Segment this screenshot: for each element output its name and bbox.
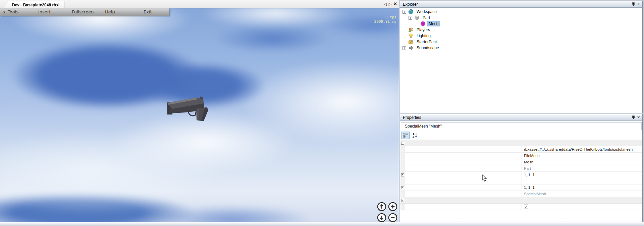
property-value[interactable]: 1, 1, 1 bbox=[522, 184, 642, 191]
property-name bbox=[405, 178, 522, 184]
close-icon[interactable]: ✕ bbox=[636, 115, 641, 120]
properties-grid: −rbxasset://../../../shareddata/RiseOfTh… bbox=[400, 140, 642, 222]
mesh-sphere-icon bbox=[420, 21, 426, 26]
gutter: + bbox=[400, 184, 405, 191]
property-row-textureid[interactable] bbox=[400, 178, 642, 184]
expand-icon[interactable]: + bbox=[409, 16, 412, 20]
property-value[interactable]: ✓ bbox=[522, 204, 642, 210]
tab-bar: Dev - Baseplate2048.rbxl ◁ ▷ ✕ bbox=[0, 0, 399, 8]
starterpack-folder-icon bbox=[408, 39, 414, 45]
properties-panel: Properties ✕ SpecialMesh "Mesh" AZ −rbxa… bbox=[400, 114, 643, 222]
property-name bbox=[405, 184, 522, 191]
tree-item-lighting[interactable]: Lighting bbox=[400, 33, 642, 39]
tree-item-label[interactable]: Soundscape bbox=[415, 45, 440, 51]
properties-header: Properties ✕ bbox=[400, 114, 642, 121]
property-name bbox=[405, 191, 522, 197]
tree-item-part[interactable]: +Part bbox=[400, 15, 642, 21]
gutter bbox=[400, 204, 405, 210]
bottom-status-strip bbox=[0, 222, 644, 226]
property-row-classname[interactable]: SpecialMesh bbox=[400, 191, 642, 197]
fps-counter: 0 fps bbox=[374, 15, 396, 19]
pistol-mesh[interactable] bbox=[167, 96, 208, 121]
section-header-data[interactable]: − bbox=[400, 140, 642, 146]
part-brick-icon bbox=[414, 15, 420, 20]
gutter: + bbox=[400, 172, 405, 178]
property-name bbox=[405, 172, 522, 178]
tab-title: Dev - Baseplate2048.rbxl bbox=[12, 3, 59, 7]
expand-icon[interactable]: + bbox=[402, 10, 406, 14]
tab-scroll-left-icon[interactable]: ◁ bbox=[384, 1, 386, 7]
gutter bbox=[400, 165, 405, 171]
document-tab[interactable]: Dev - Baseplate2048.rbxl bbox=[3, 1, 64, 8]
expand-icon[interactable]: + bbox=[402, 46, 406, 50]
collapse-icon[interactable]: − bbox=[401, 199, 404, 202]
az-sort-icon[interactable]: AZ bbox=[411, 132, 419, 139]
tree-item-label[interactable]: Workspace bbox=[415, 9, 438, 14]
selected-object-label: SpecialMesh "Mesh" bbox=[405, 124, 442, 129]
tree-item-label[interactable]: Mesh bbox=[427, 21, 440, 26]
property-value[interactable]: rbxasset://../../../shareddata/RiseOfThe… bbox=[522, 146, 642, 152]
tree-item-workspace[interactable]: +Workspace bbox=[400, 9, 642, 15]
property-value[interactable]: 1, 1, 1 bbox=[522, 172, 642, 178]
menu-item-help[interactable]: Help... bbox=[105, 9, 119, 14]
tree-item-label[interactable]: Lighting bbox=[415, 33, 432, 39]
tree-item-starterpack[interactable]: StarterPack bbox=[400, 39, 642, 45]
tree-item-label[interactable]: Part bbox=[421, 15, 431, 20]
mouse-cursor bbox=[482, 174, 487, 182]
explorer-panel: Explorer ✕ +Workspace+PartMeshPlayersLig… bbox=[400, 1, 643, 113]
property-value[interactable]: FileMesh bbox=[522, 153, 642, 159]
frame-time: 2009.91 ms bbox=[374, 19, 396, 24]
tree-item-label[interactable]: StarterPack bbox=[415, 39, 439, 45]
property-row-vertexcolor[interactable]: +1, 1, 1 bbox=[400, 184, 642, 191]
expand-icon[interactable]: + bbox=[401, 186, 404, 189]
main-window-left: Dev - Baseplate2048.rbxl ◁ ▷ ✕ bbox=[0, 0, 399, 226]
lighting-bulb-icon bbox=[408, 33, 414, 39]
property-row-meshtype[interactable]: FileMesh bbox=[400, 153, 642, 159]
tree-item-players[interactable]: Players bbox=[400, 27, 642, 33]
property-value[interactable] bbox=[522, 178, 642, 184]
players-icon bbox=[408, 27, 414, 32]
camera-controls bbox=[378, 203, 397, 222]
zoom-in-icon[interactable] bbox=[389, 203, 397, 211]
archivable-checkbox[interactable]: ✓ bbox=[524, 205, 528, 209]
tab-close-icon[interactable]: ✕ bbox=[393, 1, 397, 7]
menu-item-insert[interactable]: Insert bbox=[38, 9, 51, 14]
gutter bbox=[400, 191, 405, 197]
tree-item-label[interactable]: Players bbox=[415, 27, 431, 32]
pin-icon[interactable] bbox=[631, 115, 636, 120]
tree-item-soundscape[interactable]: +Soundscape bbox=[400, 45, 642, 51]
tilt-up-icon[interactable] bbox=[378, 203, 386, 211]
close-icon[interactable]: ✕ bbox=[636, 2, 641, 7]
explorer-tree: +Workspace+PartMeshPlayersLightingStarte… bbox=[400, 8, 642, 113]
explorer-title: Explorer bbox=[403, 2, 631, 7]
property-row-meshid[interactable]: rbxasset://../../../shareddata/RiseOfThe… bbox=[400, 146, 642, 153]
gutter: − bbox=[400, 197, 405, 203]
zoom-out-icon[interactable] bbox=[389, 214, 397, 222]
tilt-down-icon[interactable] bbox=[378, 214, 386, 222]
menu-close-x[interactable]: x bbox=[3, 9, 6, 14]
property-value[interactable]: SpecialMesh bbox=[522, 191, 642, 197]
workspace-globe-icon bbox=[408, 9, 414, 14]
menu-item-tools[interactable]: Tools bbox=[8, 9, 18, 14]
property-row-parent[interactable]: Part bbox=[400, 165, 642, 172]
property-value[interactable]: Mesh bbox=[522, 159, 642, 165]
property-row-name[interactable]: Mesh bbox=[400, 159, 642, 165]
property-name bbox=[405, 146, 522, 152]
property-row-scale[interactable]: +1, 1, 1 bbox=[400, 172, 642, 178]
menu-item-exit[interactable]: Exit bbox=[144, 9, 152, 14]
section-name bbox=[405, 197, 642, 203]
properties-title: Properties bbox=[403, 115, 631, 120]
collapse-icon[interactable]: − bbox=[401, 142, 404, 145]
tree-item-mesh[interactable]: Mesh bbox=[400, 21, 642, 27]
pin-icon[interactable] bbox=[631, 2, 636, 7]
property-row-archivable[interactable]: ✓ bbox=[400, 204, 642, 210]
expand-icon[interactable]: + bbox=[401, 173, 404, 176]
3d-viewport[interactable]: x Tools Insert Fullscreen Help... Exit 0… bbox=[0, 8, 399, 222]
gutter bbox=[400, 153, 405, 159]
section-name bbox=[405, 140, 642, 146]
section-header-behavior[interactable]: − bbox=[400, 197, 642, 204]
property-value[interactable]: Part bbox=[522, 165, 642, 171]
tab-scroll-right-icon[interactable]: ▷ bbox=[389, 1, 391, 7]
menu-item-fullscreen[interactable]: Fullscreen bbox=[72, 9, 94, 14]
categorized-view-icon[interactable] bbox=[401, 132, 410, 139]
